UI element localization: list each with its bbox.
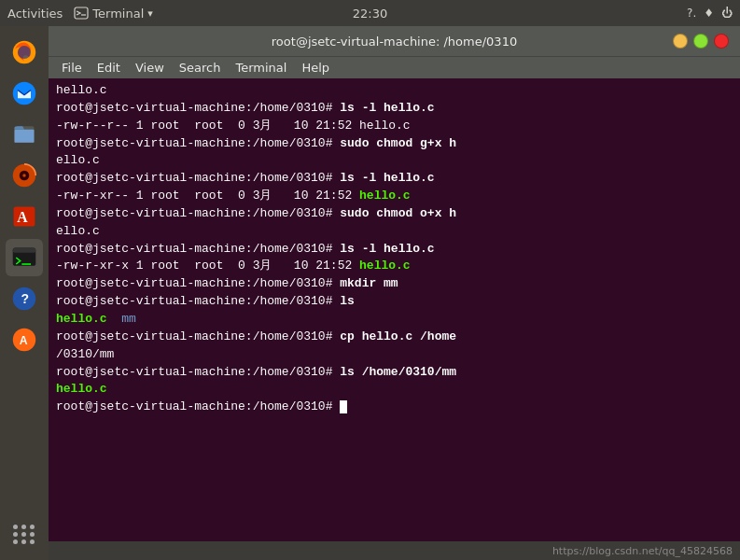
system-time: 22:30 [353,7,387,21]
svg-text:?: ? [21,291,30,306]
menu-bar: File Edit View Search Terminal Help [49,56,740,78]
sidebar-item-font[interactable]: A [6,198,43,235]
title-bar: root@jsetc-virtual-machine: /home/0310 [49,26,740,56]
dots-grid [13,525,35,544]
system-bar-left: Activities Terminal ▾ [7,6,153,21]
files-icon [11,121,37,147]
window-title: root@jsetc-virtual-machine: /home/0310 [272,35,517,49]
status-bar: https://blog.csdn.net/qq_45824568 [49,541,740,560]
term-line: hello.c [56,82,733,100]
green-text: hello.c [359,259,411,273]
term-line: ello.c [56,223,733,241]
window-controls [673,34,729,49]
sidebar-item-thunderbird[interactable] [6,75,43,112]
term-prompt-line: root@jsetc-virtual-machine:/home/0310# [56,399,733,416]
system-bar-center: 22:30 [353,7,387,21]
term-green-hello: hello.c [56,381,733,399]
term-line: -rw-r-xr-- 1 root root 0 3月 10 21:52 hel… [56,188,733,205]
font-icon: A [11,203,37,230]
firefox-icon [11,39,37,65]
svg-text:A: A [17,209,28,225]
cursor [340,400,347,413]
ls-mm: mm [121,312,136,326]
sidebar-item-files[interactable] [6,116,43,153]
software-icon: A [11,327,37,353]
sidebar: A ? A [0,26,49,560]
system-status-sound[interactable]: ♦ [704,7,714,20]
term-line: root@jsetc-virtual-machine:/home/0310# l… [56,241,733,259]
terminal-label: Terminal [92,7,144,21]
maximize-button[interactable] [693,34,708,49]
menu-edit[interactable]: Edit [91,59,126,77]
system-bar-right: ?. ♦ ⏻ [687,7,733,20]
sidebar-item-software[interactable]: A [6,321,43,358]
term-line: root@jsetc-virtual-machine:/home/0310# l… [56,364,733,382]
term-line: root@jsetc-virtual-machine:/home/0310# s… [56,135,733,153]
term-line: ello.c [56,152,733,170]
svg-rect-6 [15,130,35,143]
term-line: root@jsetc-virtual-machine:/home/0310# m… [56,275,733,293]
help-icon: ? [11,286,37,312]
terminal-icon [74,6,89,21]
sidebar-item-help[interactable]: ? [6,280,43,317]
terminal-dropdown-icon[interactable]: ▾ [147,7,153,20]
term-line: root@jsetc-virtual-machine:/home/0310# c… [56,329,733,346]
svg-rect-13 [13,248,36,253]
term-line: root@jsetc-virtual-machine:/home/0310# l… [56,100,733,118]
terminal-menu[interactable]: Terminal ▾ [74,6,152,21]
menu-help[interactable]: Help [296,59,335,77]
term-line: -rw-r--r-- 1 root root 0 3月 10 21:52 hel… [56,118,733,135]
terminal-sidebar-icon [11,245,37,271]
sidebar-item-music[interactable] [6,157,43,194]
system-status-power[interactable]: ⏻ [721,7,733,20]
activities-button[interactable]: Activities [7,7,63,21]
term-line: -rw-r-xr-x 1 root root 0 3月 10 21:52 hel… [56,258,733,275]
status-url: https://blog.csdn.net/qq_45824568 [552,545,733,557]
ls-hello: hello.c [56,312,107,326]
thunderbird-icon [11,80,37,106]
sidebar-item-appgrid[interactable] [6,515,43,553]
menu-search[interactable]: Search [174,59,227,77]
minimize-button[interactable] [673,34,688,49]
term-line: root@jsetc-virtual-machine:/home/0310# l… [56,170,733,188]
term-line: /0310/mm [56,346,733,364]
svg-point-4 [13,82,36,105]
system-status-help: ?. [687,7,696,20]
svg-point-9 [22,174,26,177]
sidebar-item-firefox[interactable] [6,34,43,71]
term-ls-output: hello.c mm [56,311,733,329]
green-text: hello.c [359,189,411,203]
menu-file[interactable]: File [56,59,88,77]
music-icon [11,162,37,189]
terminal-window: root@jsetc-virtual-machine: /home/0310 F… [49,26,740,560]
svg-text:A: A [20,334,28,347]
green-hello: hello.c [56,382,107,396]
terminal-content[interactable]: hello.c root@jsetc-virtual-machine:/home… [49,78,740,541]
svg-point-3 [18,46,31,59]
menu-view[interactable]: View [130,59,170,77]
sidebar-item-terminal[interactable] [6,239,43,276]
term-line: root@jsetc-virtual-machine:/home/0310# l… [56,293,733,311]
term-line: root@jsetc-virtual-machine:/home/0310# s… [56,205,733,223]
system-bar: Activities Terminal ▾ 22:30 ?. ♦ ⏻ [0,0,740,26]
menu-terminal[interactable]: Terminal [230,59,292,77]
close-button[interactable] [714,34,729,49]
